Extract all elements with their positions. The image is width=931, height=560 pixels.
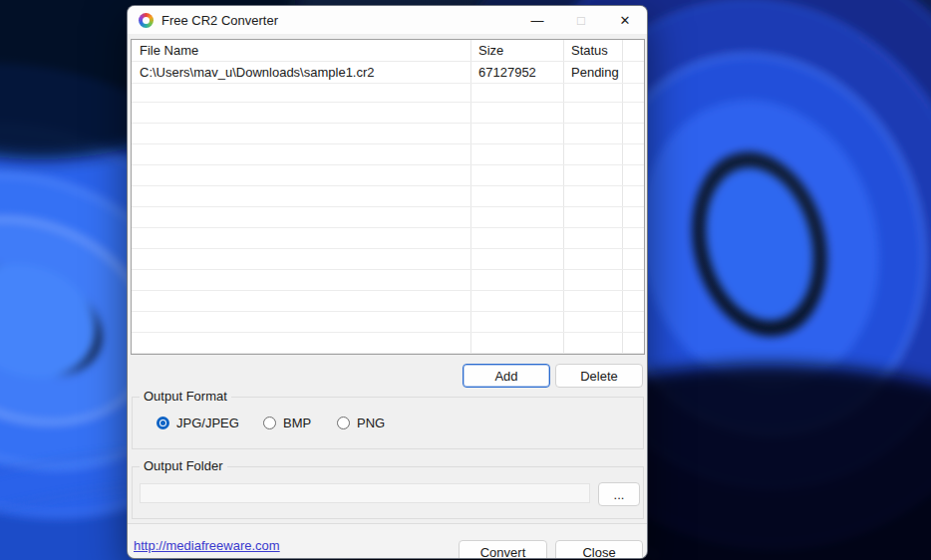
caption-buttons: — □ ✕ bbox=[515, 6, 647, 34]
delete-button[interactable]: Delete bbox=[555, 364, 643, 388]
app-window: Free CR2 Converter — □ ✕ File Name Size … bbox=[127, 5, 648, 559]
add-button[interactable]: Add bbox=[463, 364, 550, 388]
cell-file-name: C:\Users\mav_u\Downloads\sample1.cr2 bbox=[132, 65, 470, 80]
close-action-button[interactable]: Close bbox=[555, 540, 643, 559]
app-icon bbox=[139, 13, 154, 28]
minimize-button[interactable]: — bbox=[515, 6, 559, 34]
table-row[interactable]: C:\Users\mav_u\Downloads\sample1.cr2 671… bbox=[132, 62, 644, 84]
radio-option-bmp[interactable]: BMP bbox=[263, 416, 311, 430]
maximize-button[interactable]: □ bbox=[559, 6, 603, 34]
file-list[interactable]: File Name Size Status C:\Users\mav_u\Dow… bbox=[131, 39, 645, 355]
radio-jpg-icon[interactable] bbox=[156, 417, 169, 429]
title-bar[interactable]: Free CR2 Converter — □ ✕ bbox=[128, 6, 647, 34]
column-header-size: Size bbox=[470, 43, 563, 58]
output-format-label: Output Format bbox=[140, 389, 231, 404]
radio-png-label: PNG bbox=[357, 416, 385, 430]
table-empty-rows bbox=[132, 82, 644, 354]
output-folder-group: Output Folder ... bbox=[132, 466, 644, 519]
browse-button[interactable]: ... bbox=[598, 482, 640, 506]
output-folder-label: Output Folder bbox=[140, 458, 227, 473]
website-link[interactable]: http://mediafreeware.com bbox=[134, 538, 280, 553]
output-format-group: Output Format JPG/JPEG BMP PNG bbox=[132, 397, 644, 449]
column-header-status: Status bbox=[563, 43, 622, 58]
radio-png-icon[interactable] bbox=[337, 417, 350, 429]
radio-option-jpg[interactable]: JPG/JPEG bbox=[156, 416, 239, 430]
convert-button[interactable]: Convert bbox=[459, 540, 547, 559]
footer-bar: http://mediafreeware.com Convert Close bbox=[128, 524, 647, 558]
cell-size: 67127952 bbox=[470, 65, 563, 80]
radio-bmp-label: BMP bbox=[283, 416, 311, 430]
desktop: Free CR2 Converter — □ ✕ File Name Size … bbox=[0, 0, 931, 560]
radio-bmp-icon[interactable] bbox=[263, 417, 276, 429]
output-folder-input[interactable] bbox=[140, 483, 590, 503]
table-header-row: File Name Size Status bbox=[132, 40, 644, 62]
cell-status: Pending bbox=[563, 65, 622, 80]
radio-option-png[interactable]: PNG bbox=[337, 416, 385, 430]
window-title: Free CR2 Converter bbox=[161, 13, 278, 28]
radio-jpg-label: JPG/JPEG bbox=[176, 416, 239, 430]
column-header-file-name: File Name bbox=[132, 43, 470, 58]
close-button[interactable]: ✕ bbox=[603, 6, 647, 34]
